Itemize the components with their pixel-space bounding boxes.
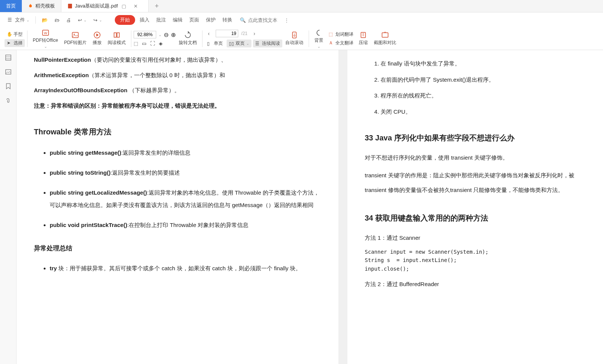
browse-button[interactable]: 🗁 xyxy=(52,16,62,24)
label: 手型 xyxy=(14,31,23,38)
word-trans-button[interactable]: ⬚划词翻译 xyxy=(326,30,356,38)
list-item: public string getLocalizedMessage():返回异常… xyxy=(50,186,321,211)
folder-arrow-icon: 🗁 xyxy=(55,17,59,23)
search-wrap: 🔍 ⋮ xyxy=(240,17,289,23)
rotate-icon xyxy=(184,31,192,39)
single-page-button[interactable]: ▯单页 xyxy=(205,40,225,47)
chevron-down-icon: ⌄ xyxy=(99,18,102,22)
text: public string getLocalizedMessage() xyxy=(50,189,147,196)
image-panel-icon[interactable] xyxy=(5,68,12,76)
svg-rect-9 xyxy=(6,55,11,60)
auto-scroll-button[interactable]: 自动滚动 xyxy=(282,30,306,47)
back-button[interactable]: ↩⌄ xyxy=(76,16,89,24)
screenshot-button[interactable]: 截图和对比 xyxy=(371,30,399,47)
document-view[interactable]: NullPointerException（要访问的变量没有引用任何对象时，抛出该… xyxy=(17,50,603,364)
pdf-office-button[interactable]: WPDF转Office⌄ xyxy=(30,27,61,50)
attachment-icon[interactable] xyxy=(5,97,12,104)
page-input[interactable] xyxy=(216,30,238,37)
text: public string toString() xyxy=(50,169,111,176)
zoom-in-button[interactable]: ⊕ xyxy=(171,31,176,38)
label: PDF转Office xyxy=(33,37,58,44)
text: :返回异常发生时的详细信息 xyxy=(121,149,190,156)
page-layout-group: ‹ /21 › ▯单页 ▯▯双页⌄ ☰连续阅读 xyxy=(205,30,282,47)
zoom-input[interactable] xyxy=(134,31,156,38)
text: ArrayIndexOutOfBoundsException xyxy=(34,87,129,93)
menu-start[interactable]: 开始 xyxy=(115,15,135,25)
menu-edit[interactable]: 编辑 xyxy=(171,15,185,25)
bg-button[interactable]: 背景⌄ xyxy=(311,27,326,50)
menu-insert[interactable]: 插入 xyxy=(137,15,152,25)
search-input[interactable] xyxy=(248,17,282,23)
text: NullPointerException xyxy=(34,56,91,63)
read-mode-button[interactable]: 阅读模式 xyxy=(105,30,129,47)
chevron-down-icon: ⌄ xyxy=(26,18,29,22)
search-more-icon[interactable]: ⋮ xyxy=(284,17,289,23)
actual-size-icon[interactable]: ◈ xyxy=(159,41,163,46)
continuous-button[interactable]: ☰连续阅读 xyxy=(253,40,282,47)
text: （要访问的变量没有引用任何对象时，抛出该异常）、 xyxy=(91,56,227,63)
menu-button[interactable]: ☰文件⌄ xyxy=(5,15,32,25)
text: 方法 1：通过 Scanner xyxy=(365,233,594,244)
menu-icon: ☰ xyxy=(8,17,14,23)
hand-tool[interactable]: ✋手型 xyxy=(5,30,25,38)
select-tool[interactable]: ➤选择 xyxy=(5,39,25,47)
menu-convert[interactable]: 转换 xyxy=(220,15,234,25)
svg-point-4 xyxy=(74,34,75,35)
chevron-down-icon[interactable]: ⌄ xyxy=(158,33,161,37)
code-line: input.close(); xyxy=(365,266,409,272)
fit-width-icon[interactable]: ⬚ xyxy=(134,41,138,46)
translate-icon: ⬚ xyxy=(329,32,334,37)
finally-list: 在 finally 语句块中发生了异常。 在前面的代码中用了 System.ex… xyxy=(365,58,594,117)
pdf-img-button[interactable]: PDF转图片 xyxy=(61,30,90,47)
text: ArithmeticException xyxy=(34,72,89,78)
label: 选择 xyxy=(14,40,23,46)
rotate-button[interactable]: 旋转文档 xyxy=(176,30,200,47)
tab-add-button[interactable]: + xyxy=(149,0,165,12)
compress-icon xyxy=(359,31,367,39)
page-right: 在 finally 语句块中发生了异常。 在前面的代码中用了 System.ex… xyxy=(347,50,603,364)
compress-button[interactable]: 压缩 xyxy=(356,30,371,47)
menu-toolbar: ☰文件⌄ 📂 🗁 🖨 ↩⌄ ↪⌄ 开始 插入 批注 编辑 页面 保护 转换 🔍 … xyxy=(0,12,603,27)
next-page-button[interactable]: › xyxy=(250,30,258,37)
image-icon xyxy=(72,31,79,39)
moon-icon xyxy=(315,29,323,37)
full-trans-button[interactable]: Ａ全文翻译 xyxy=(326,39,356,47)
tab-controls: ▢ ✕ xyxy=(120,2,142,11)
heading: Throwable 类常用方法 xyxy=(34,125,321,139)
play-button[interactable]: 播放 xyxy=(90,30,105,47)
label: 单页 xyxy=(214,40,223,47)
menu-page[interactable]: 页面 xyxy=(187,15,201,25)
tab-active[interactable]: Java基础面试题.pdf ▢ ✕ xyxy=(61,0,149,12)
code-line: String s = input.nextLine(); xyxy=(365,257,457,263)
fullscreen-icon[interactable]: ⛶ xyxy=(150,41,155,46)
code-line: Scanner input = new Scanner(System.in); xyxy=(365,249,489,255)
separator xyxy=(309,30,309,47)
print-button[interactable]: 🖨 xyxy=(64,16,73,24)
tab-docke[interactable]: 稻壳模板 xyxy=(22,0,61,12)
double-page-button[interactable]: ▯▯双页⌄ xyxy=(227,40,251,47)
tab-home[interactable]: 首页 xyxy=(0,0,22,12)
menu-protect[interactable]: 保护 xyxy=(204,15,218,25)
close-icon[interactable]: ✕ xyxy=(132,2,139,11)
search-icon[interactable]: 🔍 xyxy=(240,17,246,23)
svg-rect-8 xyxy=(382,33,388,37)
heading: 33 Java 序列化中如果有些字段不想进行么办 xyxy=(365,131,594,145)
open-button[interactable]: 📂 xyxy=(40,16,50,24)
bookmark-icon[interactable] xyxy=(5,82,12,90)
text: public string getMessage() xyxy=(50,149,121,156)
separator xyxy=(27,30,27,47)
list-item: 程序所在的线程死亡。 xyxy=(381,90,594,101)
fit-page-icon[interactable]: ▭ xyxy=(142,41,146,46)
label: 截图和对比 xyxy=(374,40,396,46)
menu-comment[interactable]: 批注 xyxy=(154,15,168,25)
page-total: /21 xyxy=(241,31,248,36)
ribbon: ✋手型 ➤选择 WPDF转Office⌄ PDF转图片 播放 阅读模式 ⌄ ⊖ … xyxy=(0,27,603,50)
chevron-down-icon: ⌄ xyxy=(44,44,47,49)
prev-page-button[interactable]: ‹ xyxy=(205,30,213,37)
forward-button[interactable]: ↪⌄ xyxy=(91,16,104,24)
thumbnail-icon[interactable] xyxy=(5,54,12,61)
code-block: Scanner input = new Scanner(System.in); … xyxy=(365,248,594,273)
summary-list: try 块：用于捕获异常。其后可接零个或多个 catch 块，如果没有 catc… xyxy=(34,262,321,274)
float-icon[interactable]: ▢ xyxy=(120,2,128,11)
zoom-out-button[interactable]: ⊖ xyxy=(164,31,169,38)
